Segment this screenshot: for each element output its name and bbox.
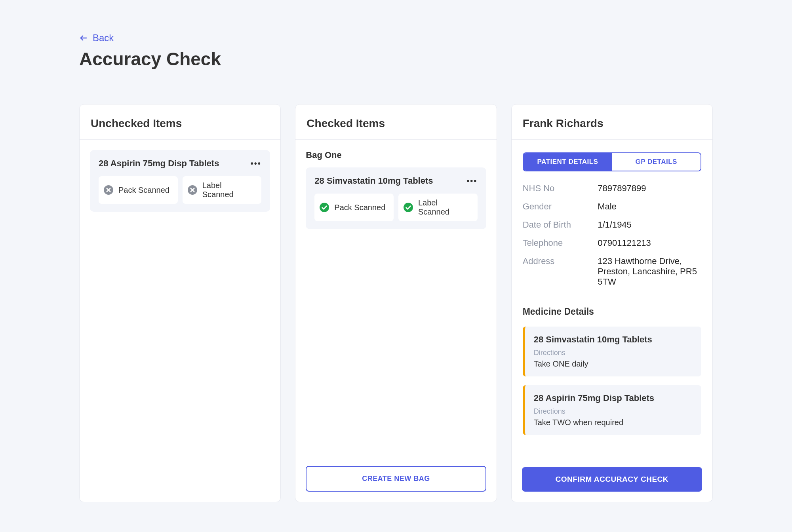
- label-scanned-badge-checked: Label Scanned: [398, 194, 478, 221]
- patient-name: Frank Richards: [523, 117, 701, 130]
- divider: [512, 295, 712, 295]
- label-scanned-badge-unchecked: Label Scanned: [183, 176, 262, 204]
- checked-item: 28 Simvastatin 10mg Tablets ••• Pack Sca…: [306, 167, 486, 229]
- directions-label: Directions: [534, 407, 693, 416]
- detail-row-telephone: Telephone 07901121213: [523, 238, 701, 248]
- check-circle-icon: [319, 202, 329, 213]
- page-title: Accuracy Check: [79, 48, 713, 81]
- patient-footer: CONFIRM ACCURACY CHECK: [512, 467, 712, 502]
- svg-point-3: [320, 203, 329, 212]
- x-circle-icon: [187, 185, 198, 195]
- pack-scanned-label: Pack Scanned: [334, 203, 385, 212]
- detail-label: Date of Birth: [523, 220, 598, 230]
- pack-scanned-badge-unchecked: Pack Scanned: [99, 176, 178, 204]
- detail-row-gender: Gender Male: [523, 201, 701, 212]
- tab-patient-details[interactable]: PATIENT DETAILS: [524, 153, 612, 171]
- medicine-details-title: Medicine Details: [523, 306, 701, 317]
- svg-point-4: [404, 203, 413, 212]
- detail-row-nhs: NHS No 7897897899: [523, 183, 701, 194]
- checked-title: Checked Items: [307, 117, 485, 130]
- detail-value: Male: [598, 201, 701, 212]
- item-more-button[interactable]: •••: [466, 175, 478, 186]
- directions-label: Directions: [534, 349, 693, 357]
- pack-scanned-badge-checked: Pack Scanned: [314, 194, 394, 221]
- detail-label: Address: [523, 256, 598, 266]
- detail-value: 7897897899: [598, 183, 701, 194]
- patient-body: PATIENT DETAILS GP DETAILS NHS No 789789…: [512, 140, 712, 467]
- create-new-bag-button[interactable]: CREATE NEW BAG: [306, 466, 486, 492]
- detail-label: NHS No: [523, 183, 598, 194]
- back-label: Back: [93, 32, 114, 44]
- confirm-accuracy-check-button[interactable]: CONFIRM ACCURACY CHECK: [522, 467, 702, 492]
- detail-label: Telephone: [523, 238, 598, 248]
- label-scanned-label: Label Scanned: [418, 198, 470, 217]
- checked-body: Bag One 28 Simvastatin 10mg Tablets •••: [295, 140, 496, 466]
- unchecked-header: Unchecked Items: [80, 104, 280, 140]
- checked-item-name: 28 Simvastatin 10mg Tablets: [314, 176, 433, 186]
- arrow-left-icon: [79, 34, 88, 42]
- detail-value: 07901121213: [598, 238, 701, 248]
- detail-value: 123 Hawthorne Drive, Preston, Lancashire…: [598, 256, 701, 287]
- medicine-name: 28 Aspirin 75mg Disp Tablets: [534, 393, 693, 403]
- patient-card: Frank Richards PATIENT DETAILS GP DETAIL…: [511, 104, 713, 502]
- check-circle-icon: [403, 202, 413, 213]
- medicine-card: 28 Simvastatin 10mg Tablets Directions T…: [523, 327, 701, 376]
- item-more-button[interactable]: •••: [250, 158, 261, 169]
- detail-value: 1/1/1945: [598, 220, 701, 230]
- checked-header: Checked Items: [295, 104, 496, 140]
- pack-scanned-label: Pack Scanned: [118, 186, 169, 195]
- label-scanned-label: Label Scanned: [202, 181, 255, 199]
- dots-horizontal-icon: •••: [466, 177, 477, 186]
- unchecked-body: 28 Aspirin 75mg Disp Tablets ••• Pack Sc…: [80, 140, 280, 502]
- checked-footer: CREATE NEW BAG: [295, 466, 496, 502]
- patient-header: Frank Richards: [512, 104, 712, 140]
- app-frame: Back Accuracy Check Unchecked Items 28 A…: [4, 4, 788, 528]
- unchecked-item: 28 Aspirin 75mg Disp Tablets ••• Pack Sc…: [90, 150, 270, 212]
- back-button[interactable]: Back: [79, 32, 114, 44]
- medicine-card: 28 Aspirin 75mg Disp Tablets Directions …: [523, 385, 701, 435]
- tab-gp-details[interactable]: GP DETAILS: [612, 153, 701, 171]
- detail-row-address: Address 123 Hawthorne Drive, Preston, La…: [523, 256, 701, 287]
- columns: Unchecked Items 28 Aspirin 75mg Disp Tab…: [79, 104, 713, 502]
- medicine-directions: Take ONE daily: [534, 359, 693, 369]
- bag-label: Bag One: [306, 150, 486, 160]
- checked-card: Checked Items Bag One 28 Simvastatin 10m…: [295, 104, 497, 502]
- detail-row-dob: Date of Birth 1/1/1945: [523, 220, 701, 230]
- detail-label: Gender: [523, 201, 598, 212]
- detail-tabs: PATIENT DETAILS GP DETAILS: [523, 152, 701, 171]
- medicine-name: 28 Simvastatin 10mg Tablets: [534, 334, 693, 345]
- medicine-directions: Take TWO when required: [534, 418, 693, 427]
- unchecked-item-name: 28 Aspirin 75mg Disp Tablets: [99, 158, 219, 169]
- unchecked-card: Unchecked Items 28 Aspirin 75mg Disp Tab…: [79, 104, 281, 502]
- x-circle-icon: [103, 185, 114, 195]
- dots-horizontal-icon: •••: [251, 159, 261, 168]
- unchecked-title: Unchecked Items: [91, 117, 269, 130]
